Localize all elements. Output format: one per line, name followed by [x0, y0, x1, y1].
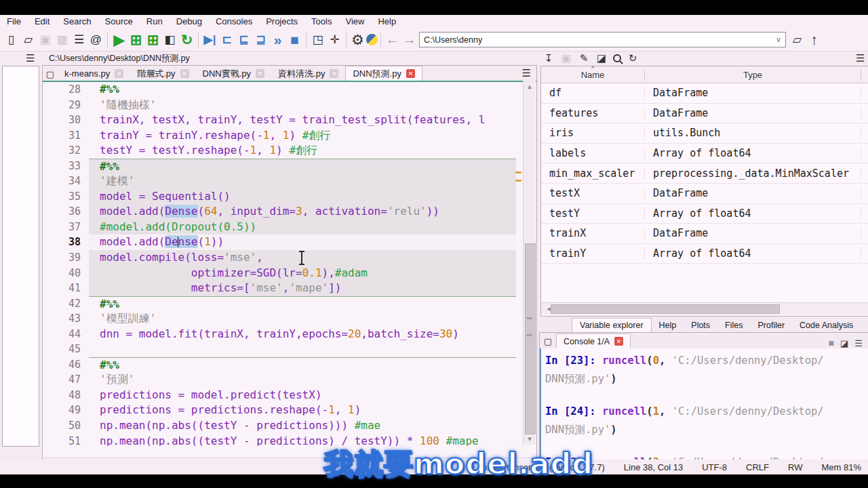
- menu-file[interactable]: File: [0, 15, 28, 28]
- line-text: '建模': [89, 174, 516, 189]
- tab-profiler[interactable]: Profiler: [751, 319, 793, 332]
- left-panel-options-icon[interactable]: ☰: [26, 53, 35, 64]
- console-output[interactable]: In [23]: runcell(0, 'C:/Users/denny/Desk…: [540, 348, 868, 460]
- tab-code-analysis[interactable]: Code Analysis: [792, 319, 861, 332]
- refresh-icon[interactable]: ↻: [627, 52, 639, 64]
- editor-tab[interactable]: k-means.py✕: [58, 66, 130, 81]
- open-file-icon[interactable]: ▱: [20, 31, 37, 49]
- interrupt-kernel-icon[interactable]: ■: [829, 338, 834, 348]
- close-icon[interactable]: ✕: [115, 69, 123, 78]
- variable-row[interactable]: dfDataFrame(: [541, 83, 868, 104]
- scroll-down-icon[interactable]: ▾: [524, 434, 536, 443]
- variable-horizontal-scrollbar[interactable]: ◂: [541, 302, 868, 314]
- menu-view[interactable]: View: [338, 15, 371, 28]
- column-header-type[interactable]: Type: [645, 70, 861, 80]
- new-file-icon[interactable]: ▯: [3, 31, 20, 49]
- save-icon[interactable]: ▣: [37, 31, 54, 49]
- file-switcher-icon[interactable]: ☰: [71, 31, 87, 49]
- code-area[interactable]: 28#%%29'隨機抽樣'30trainX, testX, trainY, te…: [43, 81, 536, 446]
- menu-projects[interactable]: Projects: [259, 15, 304, 28]
- step-over-icon[interactable]: ⊏: [218, 31, 235, 49]
- tab-help[interactable]: Help: [652, 319, 684, 332]
- code-line: 40 optimizer=SGD(lr=0.1),#adam: [43, 266, 536, 281]
- console-tab[interactable]: Console 1/A ✕: [556, 333, 631, 348]
- editor-tab[interactable]: DNN實戰.py✕: [196, 66, 272, 81]
- up-dir-icon[interactable]: ↑: [806, 31, 823, 49]
- rerun-cell-icon[interactable]: ↻: [178, 31, 195, 49]
- line-number: 48: [43, 388, 89, 403]
- preferences-icon[interactable]: ⚙: [349, 31, 366, 49]
- variable-row[interactable]: testYArray of float64(: [541, 204, 868, 224]
- menu-search[interactable]: Search: [56, 15, 98, 28]
- scroll-up-icon[interactable]: ▴: [524, 82, 536, 91]
- editor-vertical-scrollbar[interactable]: ▴ ▾: [523, 81, 536, 445]
- variable-row[interactable]: labelsArray of float64(: [541, 144, 868, 164]
- menu-help[interactable]: Help: [371, 15, 403, 28]
- menu-edit[interactable]: Edit: [28, 15, 56, 28]
- run-file-icon[interactable]: ▶: [111, 31, 127, 49]
- toolbar-separator: [107, 32, 108, 48]
- step-out-icon[interactable]: ⊒: [252, 31, 269, 49]
- back-icon[interactable]: ←: [384, 31, 401, 49]
- forward-icon[interactable]: →: [401, 31, 418, 49]
- import-data-icon[interactable]: ↧: [542, 52, 555, 64]
- find-in-files-icon[interactable]: @: [87, 31, 104, 49]
- variable-explorer-options-icon[interactable]: ☰: [856, 53, 865, 64]
- close-icon[interactable]: ✕: [256, 69, 264, 78]
- step-into-icon[interactable]: ⊑: [235, 31, 252, 49]
- editor-tab[interactable]: 階層式.py✕: [130, 66, 195, 81]
- code-token: model = Sequential(): [100, 190, 231, 203]
- stop-debug-icon[interactable]: ■: [286, 31, 303, 49]
- variable-row[interactable]: testXDataFrame(: [541, 184, 868, 204]
- debug-file-icon[interactable]: ▶|: [201, 31, 218, 49]
- chevron-down-icon[interactable]: ∨: [776, 35, 781, 44]
- console-token: runcell: [602, 405, 646, 418]
- fullscreen-icon[interactable]: ✛: [326, 31, 343, 49]
- editor-tab[interactable]: 資料清洗.py✕: [271, 66, 345, 81]
- console-options-icon[interactable]: ☰: [854, 338, 863, 348]
- variable-hscroll-thumb[interactable]: [551, 304, 780, 314]
- close-icon[interactable]: ✕: [614, 337, 623, 346]
- menu-debug[interactable]: Debug: [170, 15, 209, 28]
- variable-row[interactable]: trainXDataFrame(: [541, 224, 868, 244]
- new-window-icon[interactable]: ▢: [43, 69, 58, 81]
- menu-consoles[interactable]: Consoles: [209, 15, 259, 28]
- working-directory-combo[interactable]: C:\Users\denny ∨: [419, 32, 786, 47]
- code-token: testY = testY.reshape(-: [100, 144, 250, 157]
- search-icon[interactable]: [613, 54, 621, 62]
- tab-plots[interactable]: Plots: [684, 319, 717, 332]
- run-selection-icon[interactable]: ◧: [161, 31, 178, 49]
- variable-row[interactable]: irisutils.Bunch7: [541, 123, 868, 144]
- close-icon[interactable]: ✕: [180, 69, 189, 78]
- close-icon[interactable]: ✕: [330, 69, 338, 78]
- run-cell-advance-icon[interactable]: ⊞: [144, 31, 161, 49]
- variable-row[interactable]: trainYArray of float64(: [541, 244, 868, 264]
- variable-row[interactable]: featuresDataFrame(: [541, 104, 868, 124]
- menu-tools[interactable]: Tools: [304, 15, 338, 28]
- save-data-icon[interactable]: ▣: [560, 52, 572, 64]
- save-data-as-icon[interactable]: ✎: [578, 52, 590, 64]
- save-all-icon[interactable]: ▦: [54, 31, 71, 49]
- variable-name: features: [541, 107, 645, 119]
- menu-run[interactable]: Run: [140, 15, 170, 28]
- open-dir-icon[interactable]: ▱: [789, 31, 806, 49]
- python-logo-icon[interactable]: [366, 34, 378, 45]
- variable-row[interactable]: min_max_scalerpreprocessing._data.MinMax…: [541, 163, 868, 184]
- variable-size: (: [861, 147, 868, 159]
- console-line: DNN預測.py'): [545, 421, 868, 439]
- clear-console-icon[interactable]: ◪: [840, 338, 848, 348]
- remove-variables-icon[interactable]: ◪: [595, 52, 608, 64]
- editor-options-icon[interactable]: ☰: [522, 67, 531, 81]
- column-header-name[interactable]: ^ Name: [541, 70, 645, 80]
- code-token: optimizer=SGD(lr=: [100, 266, 302, 279]
- maximize-pane-icon[interactable]: ◳: [309, 31, 326, 49]
- close-icon[interactable]: ✕: [406, 69, 415, 78]
- continue-icon[interactable]: »: [269, 31, 286, 49]
- editor-scroll-thumb[interactable]: [525, 243, 536, 434]
- editor-tab[interactable]: DNN預測.py✕: [345, 66, 422, 81]
- menu-source[interactable]: Source: [98, 15, 140, 28]
- run-cell-icon[interactable]: ⊞: [127, 31, 144, 49]
- new-window-icon[interactable]: ▢: [540, 336, 556, 348]
- tab-variable-explorer[interactable]: Variable explorer: [572, 318, 652, 332]
- tab-files[interactable]: Files: [717, 319, 750, 332]
